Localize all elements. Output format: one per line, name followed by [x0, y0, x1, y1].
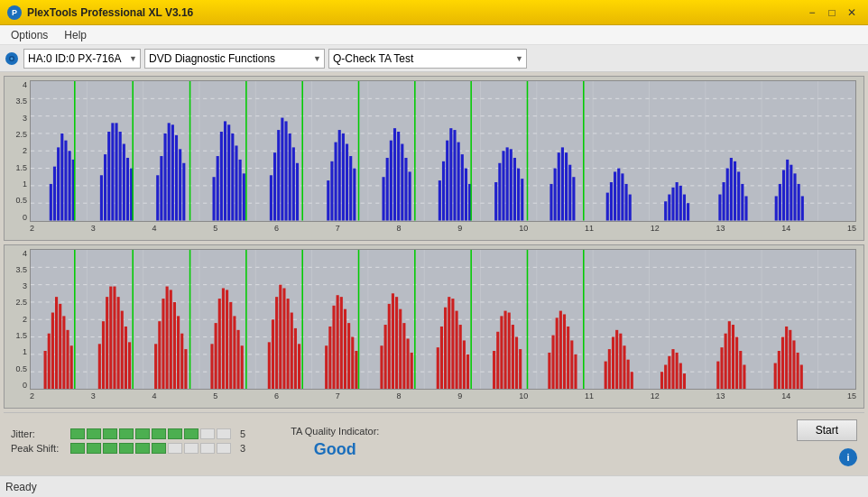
- svg-rect-174: [66, 329, 69, 389]
- svg-rect-282: [725, 333, 727, 389]
- svg-rect-253: [515, 336, 518, 389]
- ta-quality-label: TA Quality Indicator:: [291, 426, 379, 437]
- y-label-25-bot: 2.5: [6, 298, 29, 307]
- jitter-seg-8: [184, 428, 199, 439]
- drive-select[interactable]: HA:0 ID:0 PX-716A: [23, 49, 141, 69]
- svg-rect-60: [243, 173, 245, 220]
- svg-rect-77: [349, 156, 352, 220]
- svg-rect-272: [631, 372, 633, 389]
- svg-rect-217: [325, 345, 328, 389]
- x-label-4-top: 4: [152, 224, 157, 240]
- svg-rect-262: [570, 340, 573, 389]
- svg-rect-125: [671, 188, 674, 221]
- drive-icon: [4, 51, 20, 67]
- x-label-3-top: 3: [91, 224, 96, 240]
- x-label-15-bot: 15: [847, 391, 856, 408]
- peak-shift-value: 3: [240, 443, 245, 454]
- svg-rect-172: [59, 303, 61, 389]
- peak-seg-9: [200, 443, 215, 454]
- x-label-6-top: 6: [274, 224, 279, 240]
- svg-rect-290: [781, 336, 784, 389]
- svg-rect-263: [574, 354, 577, 389]
- y-label-35-bot: 3.5: [6, 265, 29, 274]
- maximize-button[interactable]: □: [823, 5, 841, 21]
- svg-rect-200: [222, 288, 225, 389]
- svg-rect-288: [774, 363, 777, 389]
- svg-rect-94: [461, 154, 464, 220]
- info-icon[interactable]: i: [839, 448, 857, 466]
- x-label-8-bot: 8: [397, 391, 402, 408]
- bottom-chart-container: 0 0.5 1 1.5 2 2.5 3 3.5 4: [4, 244, 864, 410]
- svg-rect-110: [558, 152, 560, 220]
- svg-rect-187: [154, 344, 157, 389]
- jitter-seg-3: [103, 428, 117, 439]
- svg-rect-231: [395, 297, 398, 389]
- y-label-4-bot: 4: [6, 249, 29, 258]
- close-button[interactable]: ✕: [843, 5, 861, 21]
- minimize-button[interactable]: −: [803, 5, 821, 21]
- svg-rect-283: [728, 321, 731, 389]
- svg-rect-44: [160, 156, 162, 220]
- svg-rect-170: [51, 312, 54, 389]
- svg-rect-100: [506, 147, 509, 220]
- svg-rect-140: [782, 170, 785, 220]
- svg-rect-145: [801, 196, 804, 220]
- top-chart-svg: [31, 81, 855, 221]
- svg-rect-36: [111, 123, 114, 220]
- x-label-4-bot: 4: [152, 391, 157, 408]
- svg-rect-276: [671, 349, 674, 389]
- toolbar: HA:0 ID:0 PX-716A ▼ DVD Diagnostic Funct…: [0, 45, 868, 72]
- svg-rect-202: [229, 301, 232, 389]
- svg-rect-131: [723, 182, 725, 220]
- y-label-15-bot: 1.5: [6, 331, 29, 340]
- svg-rect-292: [789, 329, 791, 389]
- svg-rect-265: [605, 361, 607, 389]
- svg-rect-173: [62, 316, 65, 389]
- menu-help[interactable]: Help: [57, 27, 94, 43]
- start-button[interactable]: Start: [797, 419, 857, 441]
- svg-rect-212: [287, 299, 290, 389]
- svg-rect-85: [401, 144, 403, 221]
- app-icon: P: [7, 5, 22, 20]
- svg-rect-92: [453, 130, 456, 220]
- svg-rect-112: [565, 152, 568, 220]
- svg-rect-277: [676, 352, 679, 389]
- peak-shift-row: Peak Shift: 3: [11, 443, 245, 454]
- top-chart-y-axis: 0 0.5 1 1.5 2 2.5 3 3.5 4: [6, 80, 29, 222]
- y-label-2-top: 2: [6, 146, 29, 155]
- svg-rect-104: [521, 179, 523, 220]
- function-select[interactable]: DVD Diagnostic Functions: [144, 49, 325, 69]
- x-label-14-top: 14: [781, 224, 790, 240]
- x-label-8-top: 8: [397, 224, 402, 240]
- svg-rect-183: [121, 310, 124, 389]
- svg-rect-199: [218, 299, 221, 389]
- svg-rect-28: [60, 133, 63, 221]
- menu-options[interactable]: Options: [4, 27, 55, 43]
- svg-rect-208: [272, 319, 274, 389]
- peak-seg-6: [152, 443, 166, 454]
- svg-rect-273: [660, 372, 663, 389]
- svg-rect-89: [442, 161, 445, 221]
- svg-rect-286: [739, 351, 742, 389]
- svg-rect-141: [786, 160, 789, 221]
- svg-rect-238: [440, 326, 443, 389]
- svg-rect-65: [281, 118, 283, 221]
- y-label-25-top: 2.5: [6, 130, 29, 139]
- svg-rect-295: [800, 364, 803, 389]
- svg-rect-113: [568, 165, 571, 221]
- x-label-10-top: 10: [519, 224, 528, 240]
- svg-rect-37: [115, 123, 117, 220]
- svg-rect-130: [718, 195, 721, 221]
- svg-rect-27: [57, 147, 60, 220]
- jitter-seg-6: [152, 428, 166, 439]
- test-select[interactable]: Q-Check TA Test: [328, 49, 527, 69]
- svg-rect-175: [70, 345, 73, 389]
- bottom-chart-y-axis: 0 0.5 1 1.5 2 2.5 3 3.5 4: [6, 249, 29, 391]
- y-label-05-top: 0.5: [6, 196, 29, 205]
- svg-rect-237: [437, 347, 439, 389]
- svg-rect-289: [778, 351, 780, 389]
- y-label-3-top: 3: [6, 114, 29, 123]
- svg-rect-47: [171, 124, 174, 220]
- ta-quality-value: Good: [314, 440, 356, 459]
- x-label-12-bot: 12: [651, 391, 660, 408]
